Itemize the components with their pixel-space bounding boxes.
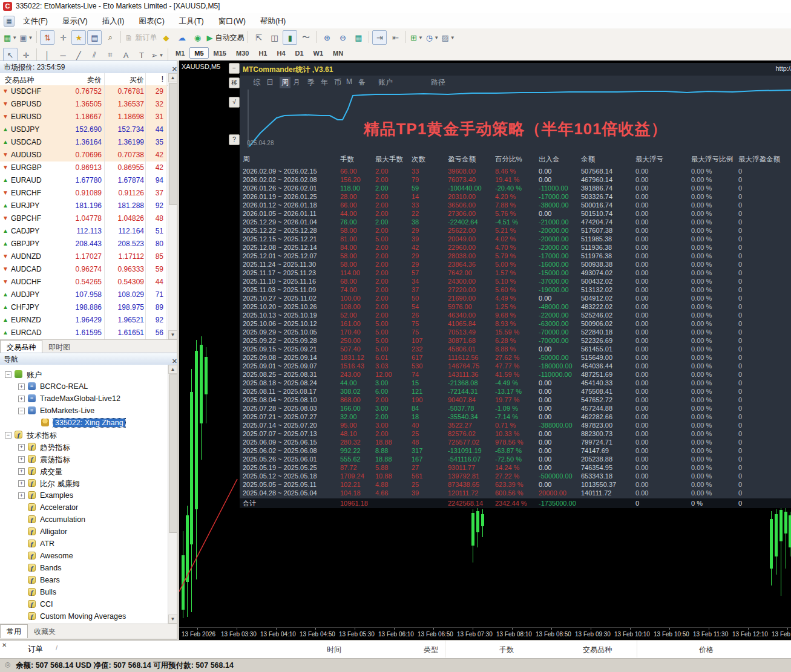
- menu-item[interactable]: 窗口(W): [211, 13, 253, 27]
- market-watch-row[interactable]: ▼AUDCHF0.542650.5430944: [0, 276, 167, 289]
- autotrading-button[interactable]: ▶自动交易: [206, 30, 245, 45]
- tree-item[interactable]: fCCI: [0, 598, 167, 610]
- tree-item[interactable]: +≡TradeMaxGlobal-Live12: [0, 393, 167, 405]
- tree-item[interactable]: +f比尔 威廉姆: [0, 477, 167, 489]
- market-watch-row[interactable]: ▼AUDUSD0.706960.7073842: [0, 149, 167, 161]
- tree-item[interactable]: +≡BCRCo-REAL: [0, 380, 167, 393]
- tree-expand-icon[interactable]: +: [18, 492, 25, 499]
- timeframe-m30[interactable]: M30: [231, 47, 254, 59]
- terminal-col-交易品种[interactable]: 交易品种: [583, 645, 612, 655]
- tree-expand-icon[interactable]: −: [18, 408, 25, 414]
- tree-expand-icon[interactable]: −: [5, 371, 11, 378]
- timeframe-mn[interactable]: MN: [328, 47, 348, 59]
- strategy-tester-toggle[interactable]: ⌕: [103, 30, 117, 45]
- zoom-in-button[interactable]: ⊕: [320, 30, 334, 45]
- chart-shift-end-button[interactable]: ⇱: [251, 30, 266, 45]
- community-button[interactable]: ☁: [174, 30, 189, 45]
- menu-item[interactable]: 插入(I): [95, 13, 132, 27]
- tree-expand-icon[interactable]: −: [5, 432, 11, 439]
- profiles-button[interactable]: ▣▼: [19, 30, 33, 45]
- timeframe-m5[interactable]: M5: [189, 47, 208, 59]
- timeframe-w1[interactable]: W1: [309, 47, 329, 59]
- terminal-col-手数[interactable]: 手数: [499, 645, 514, 655]
- tree-item[interactable]: fBulls: [0, 586, 167, 598]
- tile-windows-button[interactable]: ▦: [351, 30, 366, 45]
- market-watch-row[interactable]: ▼AUDCAD0.962740.9633359: [0, 263, 167, 276]
- tab-收藏夹[interactable]: 收藏夹: [28, 625, 62, 638]
- tree-item[interactable]: +f成交量: [0, 465, 167, 477]
- menu-item[interactable]: 工具(T): [172, 13, 211, 27]
- bar-chart-button[interactable]: ◫: [267, 30, 281, 45]
- check-button[interactable]: √: [229, 97, 240, 108]
- zoom-out-button[interactable]: ⊖: [335, 30, 350, 45]
- market-watch-row[interactable]: ▲EURCAD1.615951.6165156: [0, 327, 167, 339]
- tab-交易品种[interactable]: 交易品种: [0, 340, 42, 354]
- terminal-col-时间[interactable]: 时间: [327, 645, 341, 655]
- market-watch-row[interactable]: ▼AUDNZD1.170271.1711285: [0, 250, 167, 263]
- market-watch-row[interactable]: ▲GBPJPY208.443208.52380: [0, 238, 167, 250]
- market-watch-row[interactable]: ▼EURUSD1.186671.1869831: [0, 111, 167, 123]
- col-ask[interactable]: 买价: [84, 75, 144, 85]
- tab-常用[interactable]: 常用: [0, 624, 28, 638]
- tree-expand-icon[interactable]: +: [18, 383, 25, 390]
- tree-expand-icon[interactable]: +: [18, 396, 25, 402]
- market-watch-row[interactable]: ▲USDJPY152.690152.73444: [0, 123, 167, 136]
- timeframe-h1[interactable]: H1: [254, 47, 272, 59]
- tree-item[interactable]: +fExamples: [0, 489, 167, 501]
- tree-item[interactable]: fBears: [0, 574, 167, 586]
- tree-item[interactable]: fCustom Moving Averages: [0, 610, 167, 622]
- market-watch-row[interactable]: ▲EURJPY181.196181.28892: [0, 200, 167, 212]
- indicators-button[interactable]: ⊞▼: [409, 30, 424, 45]
- periods-button[interactable]: ◷▼: [425, 30, 439, 45]
- navigator-toggle[interactable]: ★: [71, 30, 86, 45]
- tree-item[interactable]: fATR: [0, 538, 167, 550]
- close-icon[interactable]: ✕: [2, 642, 7, 648]
- tree-item[interactable]: fAccumulation: [0, 514, 167, 526]
- templates-button[interactable]: ▨▼: [441, 30, 455, 45]
- timeframe-m15[interactable]: M15: [209, 47, 231, 59]
- market-watch-row[interactable]: ▼GBPCHF1.047781.0482648: [0, 212, 167, 225]
- market-watch-row[interactable]: ▲AUDJPY107.958108.02971: [0, 289, 167, 301]
- tree-expand-icon[interactable]: +: [18, 468, 25, 475]
- tree-expand-icon[interactable]: +: [18, 444, 25, 451]
- menu-item[interactable]: 帮助(H): [253, 13, 293, 27]
- market-watch-row[interactable]: ▲USDCAD1.361641.3619935: [0, 136, 167, 149]
- terminal-col-价格[interactable]: 价格: [699, 645, 714, 655]
- tree-item[interactable]: −≡EtoMarkets-Live: [0, 405, 167, 417]
- move-button[interactable]: 移: [229, 77, 240, 88]
- navigator-scrollbar[interactable]: ▲ ▼: [168, 365, 177, 624]
- metaeditor-button[interactable]: ◆: [159, 30, 173, 45]
- signals-button[interactable]: ◉: [190, 30, 205, 45]
- candlestick-chart-button[interactable]: ▮: [283, 30, 297, 45]
- tree-item[interactable]: −账户: [0, 368, 167, 380]
- tree-item[interactable]: 335022: Xing Zhang: [0, 417, 167, 429]
- market-watch-row[interactable]: ▼GBPUSD1.365051.3653732: [0, 98, 167, 111]
- menu-item[interactable]: 图表(C): [131, 13, 171, 27]
- timeframe-m1[interactable]: M1: [171, 47, 189, 59]
- help-button[interactable]: ?: [229, 134, 240, 145]
- market-watch-row[interactable]: ▼USDCHF0.767520.7678129: [0, 85, 167, 98]
- tree-item[interactable]: −f技术指标: [0, 429, 167, 441]
- tree-item[interactable]: fBands: [0, 562, 167, 574]
- minimize-button[interactable]: −: [229, 63, 240, 74]
- market-watch-row[interactable]: ▼EURGBP0.869130.8695542: [0, 161, 167, 174]
- timeframe-h4[interactable]: H4: [272, 47, 290, 59]
- tree-expand-icon[interactable]: +: [18, 456, 25, 463]
- tree-item[interactable]: fAccelerator: [0, 501, 167, 514]
- terminal-toggle[interactable]: ▤: [87, 30, 102, 45]
- tree-item[interactable]: +f趋势指标: [0, 441, 167, 453]
- timeframe-d1[interactable]: D1: [290, 47, 309, 59]
- market-watch-row[interactable]: ▼EURCHF0.910890.9112637: [0, 187, 167, 200]
- chart-shift-button[interactable]: ⇤: [388, 30, 402, 45]
- tree-item[interactable]: fAlligator: [0, 526, 167, 538]
- market-watch-row[interactable]: ▲CADJPY112.113112.16451: [0, 225, 167, 238]
- market-watch-row[interactable]: ▲CHFJPY198.886198.97589: [0, 301, 167, 314]
- tree-item[interactable]: fAwesome: [0, 550, 167, 562]
- market-watch-row[interactable]: ▲EURAUD1.677801.6787494: [0, 174, 167, 187]
- market-watch-toggle[interactable]: ⇅: [40, 30, 54, 45]
- market-watch-scrollbar[interactable]: ▲ ▼: [168, 73, 177, 339]
- tree-expand-icon[interactable]: +: [18, 480, 25, 487]
- new-chart-button[interactable]: ▦▼: [3, 30, 18, 45]
- terminal-tab-orders[interactable]: 订单: [28, 644, 43, 654]
- col-symbol[interactable]: 交易品种: [5, 75, 34, 85]
